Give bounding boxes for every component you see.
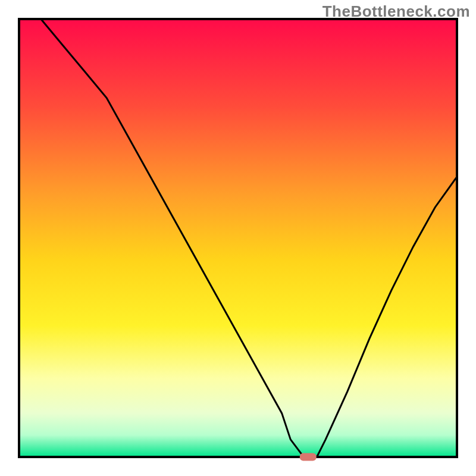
watermark-text: TheBottleneck.com [322,2,470,21]
bottleneck-chart: TheBottleneck.com [0,0,476,476]
optimal-marker [300,453,317,461]
plot-background [19,19,457,457]
chart-canvas [0,0,476,476]
